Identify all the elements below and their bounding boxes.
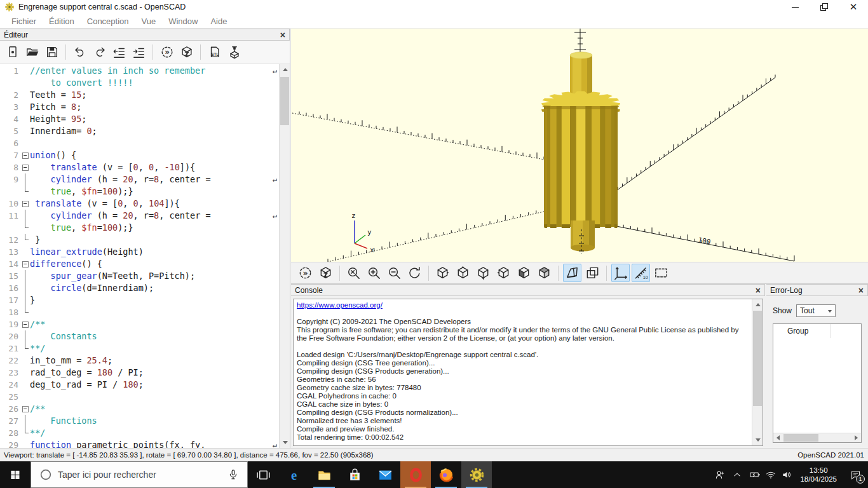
close-button[interactable]: ✕ [839,0,868,14]
menu-vue[interactable]: Vue [135,15,163,27]
code-line[interactable]: 22in_to_mm = 25.4; [0,355,279,367]
view-top-icon[interactable] [454,264,472,282]
console-output[interactable]: https://www.openscad.org/ Copyright (C) … [293,299,763,446]
new-file-icon[interactable] [4,44,21,61]
code-line[interactable]: 25 [0,391,279,403]
zoom-in-icon[interactable] [365,264,383,282]
menu-window[interactable]: Window [162,15,204,27]
reset-view-icon[interactable] [405,264,424,282]
taskbar-clock[interactable]: 13:50 18/04/2025 [794,461,843,488]
code-line[interactable]: 4Height= 95; [0,113,279,125]
code-line[interactable]: true, $fn=100);} [0,222,279,234]
tray-people-icon[interactable] [712,461,728,488]
code-line[interactable]: 2Teeth = 15; [0,89,279,101]
unindent-icon[interactable] [111,44,128,61]
taskbar-search[interactable]: Taper ici pour rechercher [31,461,248,488]
taskbar-app-edge[interactable]: e [278,461,309,488]
menu-fichier[interactable]: Fichier [5,15,43,27]
menu-aide[interactable]: Aide [204,15,233,27]
render-icon[interactable] [316,264,335,282]
code-line[interactable]: 24deg_to_rad = PI / 180; [0,379,279,391]
fold-marker-icon[interactable] [22,403,30,415]
errorlog-table[interactable]: Group [773,323,862,443]
view-left-icon[interactable] [494,264,513,282]
preview-icon[interactable]: » [158,44,175,61]
code-line[interactable]: 15 spur_gear(N=Teeth, P=Pitch); [0,270,279,282]
start-button[interactable] [0,461,31,488]
zoom-out-icon[interactable] [385,264,403,282]
console-vertical-scrollbar[interactable] [752,299,763,445]
restore-button[interactable] [810,0,839,14]
editor-vertical-scrollbar[interactable] [279,64,290,448]
code-editor[interactable]: 1//enter values in inch so remember↵ to … [0,64,290,448]
code-line[interactable]: 21**/ [0,342,279,355]
code-line[interactable]: 28**/ [0,427,279,439]
errorlog-filter-select[interactable]: Tout [796,304,836,317]
code-line[interactable]: 12 } [0,234,279,246]
taskbar-app-store[interactable] [339,461,370,488]
taskbar-app-openscad[interactable] [461,461,492,488]
taskbar-app-task-view[interactable] [248,461,278,488]
fold-marker-icon[interactable] [22,161,30,173]
console-close-icon[interactable]: × [756,286,761,295]
menu-conception[interactable]: Conception [81,15,135,27]
code-line[interactable]: 17} [0,294,279,306]
orthogonal-icon[interactable] [583,264,602,282]
tray-wifi-icon[interactable] [763,461,778,488]
export-stl-icon[interactable]: STL [206,44,223,61]
taskbar-app-explorer[interactable] [309,461,339,488]
zoom-all-icon[interactable] [344,264,363,282]
show-scale-icon[interactable]: 10 [632,264,650,282]
preview-icon[interactable]: » [296,264,315,282]
view-right-icon[interactable] [433,264,452,282]
undo-icon[interactable] [71,44,88,61]
console-scroll-thumb[interactable] [753,311,762,406]
tray-battery-icon[interactable] [747,461,763,488]
render-icon[interactable] [178,44,195,61]
perspective-icon[interactable] [563,264,581,282]
scroll-up-icon[interactable] [752,299,763,310]
view-front-icon[interactable] [515,264,533,282]
tray-volume-icon[interactable] [778,461,794,488]
indent-icon[interactable] [130,44,147,61]
editor-scroll-thumb[interactable] [280,77,289,125]
3d-viewport[interactable]: 100zyx [291,29,868,262]
export-3d-icon[interactable] [226,44,243,61]
scroll-left-icon[interactable] [773,433,783,442]
taskbar-app-mail[interactable] [370,461,400,488]
microphone-icon[interactable] [227,468,240,481]
fold-marker-icon[interactable] [22,198,30,210]
code-line[interactable]: 5Innerdiam= 0; [0,125,279,137]
fold-marker-icon[interactable] [22,318,30,330]
code-line[interactable]: 20 Constants [0,330,279,342]
editor-close-icon[interactable]: × [280,30,285,39]
tray-chevron-up-icon[interactable] [728,461,747,488]
show-axes-icon[interactable] [611,264,630,282]
save-icon[interactable] [43,44,60,61]
minimize-button[interactable] [780,0,810,14]
code-line[interactable]: 9 cylinder (h = 20, r=8, center =↵ [0,173,279,186]
code-line[interactable]: 6 [0,137,279,149]
code-line[interactable]: 14difference() { [0,258,279,270]
code-line[interactable]: to convert !!!!! [0,77,279,89]
code-line[interactable]: 3Pitch = 8; [0,101,279,113]
openscad-website-link[interactable]: https://www.openscad.org/ [297,301,383,309]
errorlog-horizontal-scrollbar[interactable] [773,433,861,442]
code-line[interactable]: 8 translate (v = [0, 0, -10]){ [0,161,279,173]
scroll-down-icon[interactable] [280,437,290,448]
code-line[interactable]: 19/** [0,318,279,330]
console-link-line[interactable]: https://www.openscad.org/ [297,301,749,309]
code-line[interactable]: 7union() { [0,149,279,161]
view-all-icon[interactable] [652,264,670,282]
code-line[interactable]: 29function parametric_points(fx, fy,↵ [0,439,279,448]
code-line[interactable]: 18 [0,306,279,318]
scroll-right-icon[interactable] [851,433,861,442]
taskbar-app-firefox[interactable] [431,461,461,488]
view-back-icon[interactable] [535,264,553,282]
code-line[interactable]: 1//enter values in inch so remember↵ [0,65,279,77]
code-line[interactable]: 23rad_to_deg = 180 / PI; [0,367,279,379]
view-bottom-icon[interactable] [474,264,492,282]
open-file-icon[interactable] [24,44,41,61]
notification-center-button[interactable]: 1 [843,461,868,488]
errorlog-close-icon[interactable]: × [858,286,864,295]
